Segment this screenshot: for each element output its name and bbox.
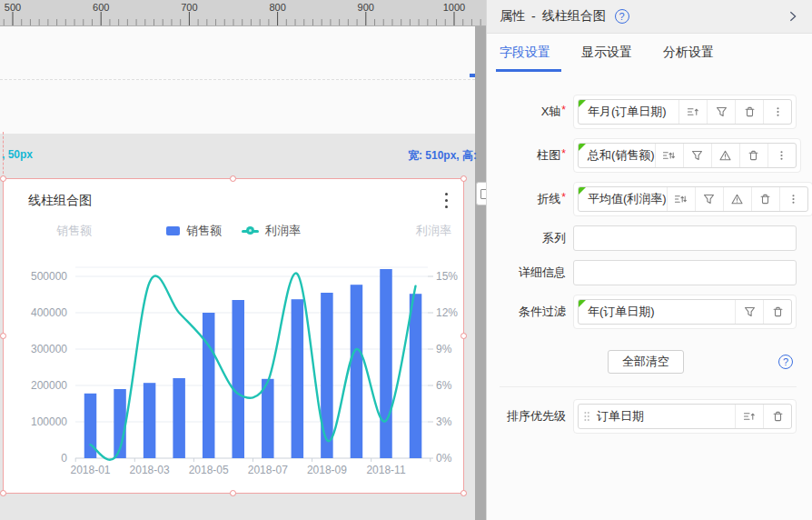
- svg-text:2018-07: 2018-07: [248, 464, 288, 476]
- field-label: 条件过滤: [487, 304, 573, 320]
- measure-corner-icon: [579, 300, 586, 307]
- drag-icon[interactable]: [579, 405, 595, 428]
- field-dropzone[interactable]: 订单日期: [573, 399, 797, 434]
- measure-corner-icon: [579, 187, 586, 195]
- tab-field-settings[interactable]: 字段设置: [500, 34, 550, 72]
- help-icon[interactable]: ?: [615, 9, 629, 24]
- resize-handle[interactable]: [460, 175, 467, 182]
- form-row: 条件过滤年(订单日期): [487, 295, 797, 329]
- trash-icon[interactable]: [739, 144, 767, 167]
- warning-icon[interactable]: [723, 187, 751, 211]
- more-icon[interactable]: [767, 144, 796, 167]
- filter-icon[interactable]: [735, 300, 763, 324]
- resize-handle[interactable]: [0, 490, 6, 496]
- sort-asc-icon[interactable]: [735, 405, 763, 428]
- svg-text:2018-11: 2018-11: [366, 464, 405, 476]
- svg-text:0%: 0%: [436, 452, 452, 465]
- field-label: 系列: [487, 230, 573, 246]
- filter-icon[interactable]: [707, 100, 735, 124]
- svg-text:1000: 1000: [443, 2, 465, 13]
- tab-analysis-settings[interactable]: 分析设置: [663, 34, 714, 72]
- resize-handle[interactable]: [230, 490, 236, 496]
- form-row: 柱图*总和(销售额): [487, 138, 797, 173]
- panel-title-separator: -: [531, 9, 536, 24]
- form-row: 排序优先级订单日期: [487, 399, 797, 434]
- field-label: 柱图*: [487, 147, 573, 164]
- warning-icon[interactable]: [711, 144, 739, 167]
- properties-panel: 属性 - 线柱组合图 ? 字段设置显示设置分析设置 X轴*年月(订单日期)柱图*…: [486, 0, 812, 520]
- sort-icon[interactable]: [655, 144, 683, 167]
- field-value[interactable]: 订单日期: [595, 405, 735, 428]
- trash-icon[interactable]: [763, 300, 791, 324]
- right-axis-title: 利润率: [416, 223, 451, 239]
- widget-toolbar-clipped[interactable]: [476, 182, 486, 205]
- field-pill[interactable]: 订单日期: [578, 404, 792, 429]
- form-row: 系列: [487, 225, 797, 251]
- svg-text:2018-09: 2018-09: [307, 464, 347, 476]
- field-dropzone[interactable]: 平均值(利润率): [573, 182, 812, 216]
- svg-text:500000: 500000: [31, 270, 67, 283]
- canvas-scrollbar[interactable]: [475, 26, 486, 520]
- alignment-guide: [3, 132, 4, 178]
- field-dropzone[interactable]: 年月(订单日期): [573, 95, 797, 129]
- legend-label: 销售额: [186, 223, 222, 239]
- measure-corner-icon: [579, 100, 586, 107]
- widget-above-partial[interactable]: [0, 26, 475, 134]
- position-label: , 50px: [2, 148, 33, 161]
- trash-icon[interactable]: [763, 405, 791, 428]
- field-value[interactable]: 总和(销售额): [579, 144, 655, 167]
- resize-handle[interactable]: [460, 490, 467, 496]
- resize-handle[interactable]: [460, 333, 467, 339]
- sort-icon[interactable]: [667, 187, 695, 211]
- svg-text:2018-03: 2018-03: [130, 464, 170, 476]
- svg-text:700: 700: [181, 2, 197, 13]
- help-icon[interactable]: ?: [778, 355, 793, 369]
- empty-field-dropzone[interactable]: [573, 225, 797, 251]
- svg-text:2018-01: 2018-01: [70, 464, 110, 476]
- empty-field-dropzone[interactable]: [573, 260, 797, 285]
- resize-handle[interactable]: [0, 175, 6, 182]
- required-asterisk: *: [561, 147, 566, 160]
- more-icon[interactable]: [763, 100, 791, 124]
- field-pill[interactable]: 年(订单日期): [578, 299, 792, 325]
- field-value[interactable]: 年月(订单日期): [579, 100, 678, 124]
- trash-icon[interactable]: [735, 100, 763, 124]
- filter-icon[interactable]: [683, 144, 711, 167]
- field-dropzone[interactable]: 年(订单日期): [573, 295, 797, 329]
- resize-handle[interactable]: [230, 175, 236, 182]
- legend-item-line[interactable]: 利润率: [242, 223, 301, 239]
- chart-menu-icon[interactable]: [445, 193, 448, 208]
- combo-chart-widget[interactable]: 线柱组合图 销售额 销售额利润率 利润率 0100000200000300000…: [3, 178, 464, 494]
- legend-item-bar[interactable]: 销售额: [166, 223, 222, 239]
- field-dropzone[interactable]: 总和(销售额): [573, 138, 801, 173]
- svg-text:0: 0: [61, 452, 67, 465]
- field-value[interactable]: 平均值(利润率): [579, 187, 667, 211]
- required-asterisk: *: [561, 191, 566, 204]
- bar-series-marker-icon: [166, 226, 180, 235]
- svg-text:9%: 9%: [436, 343, 452, 355]
- grid-guide-line: [0, 79, 475, 80]
- dashboard-canvas[interactable]: 5006007008009001000 , 50px 宽: 510px, 高: …: [0, 0, 486, 520]
- svg-text:400000: 400000: [31, 306, 67, 319]
- horizontal-ruler: 5006007008009001000: [0, 0, 486, 26]
- svg-text:6%: 6%: [436, 379, 452, 392]
- panel-subtitle: 线柱组合图: [542, 8, 606, 25]
- measure-corner-icon: [579, 144, 586, 151]
- sort-asc-icon[interactable]: [678, 100, 707, 124]
- tab-display-settings[interactable]: 显示设置: [581, 34, 632, 72]
- field-label: 详细信息: [487, 265, 573, 281]
- field-value[interactable]: 年(订单日期): [579, 300, 735, 324]
- field-pill[interactable]: 平均值(利润率): [578, 186, 808, 212]
- clear-all-row: 全部清空 ?: [487, 350, 797, 374]
- clear-all-button[interactable]: 全部清空: [608, 350, 684, 374]
- legend-label: 利润率: [265, 223, 301, 239]
- field-pill[interactable]: 年月(订单日期): [578, 99, 792, 125]
- collapse-panel-icon[interactable]: [785, 8, 801, 25]
- field-pill[interactable]: 总和(销售额): [578, 143, 797, 168]
- form-row: 详细信息: [487, 260, 797, 285]
- trash-icon[interactable]: [751, 187, 779, 211]
- filter-icon[interactable]: [695, 187, 723, 211]
- legend-row: 销售额 销售额利润率 利润率: [4, 223, 463, 239]
- resize-handle[interactable]: [0, 333, 6, 339]
- more-icon[interactable]: [779, 187, 807, 211]
